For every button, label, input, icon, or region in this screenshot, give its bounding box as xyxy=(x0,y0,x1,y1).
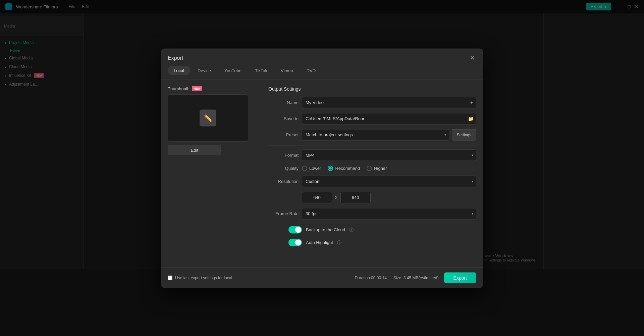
backup-cloud-toggle[interactable] xyxy=(288,226,302,233)
backup-cloud-label: Backup to the Cloud xyxy=(306,227,345,232)
dialog-footer: Use last export settings for local Durat… xyxy=(161,267,483,288)
tab-dvd[interactable]: DVD xyxy=(301,66,322,75)
radio-lower xyxy=(302,165,307,171)
thumbnail-new-badge: NEW xyxy=(192,86,202,91)
tab-local[interactable]: Local xyxy=(168,66,190,75)
edit-thumbnail-button[interactable]: Edit xyxy=(168,145,221,155)
thumbnail-panel: Thumbnail: NEW ✏️ Edit xyxy=(168,86,262,260)
backup-cloud-row: Backup to the Cloud ⓘ xyxy=(288,226,476,233)
tab-tiktok[interactable]: TikTok xyxy=(249,66,273,75)
save-to-input[interactable] xyxy=(302,113,476,124)
toggle-knob xyxy=(295,239,301,245)
ai-icon: ✦ xyxy=(470,100,474,105)
name-row: Name ✦ xyxy=(268,97,476,108)
resolution-inputs: X xyxy=(302,192,476,203)
divider xyxy=(268,145,476,145)
output-settings-title: Output Settings xyxy=(268,86,476,91)
resolution-width-input[interactable] xyxy=(302,192,332,203)
resolution-label: Resolution xyxy=(268,179,299,184)
quality-recommend[interactable]: Recommend xyxy=(328,165,360,171)
export-dialog: Export ✕ Local Device YouTube TikTok Vim… xyxy=(161,48,483,288)
frame-rate-select-wrap: 24 fps 25 fps 30 fps 60 fps ▾ xyxy=(302,208,476,219)
save-to-field-wrap: 📁 xyxy=(302,113,476,124)
format-select[interactable]: MP4 MOV AVI MKV GIF xyxy=(302,149,476,161)
tab-youtube[interactable]: YouTube xyxy=(218,66,248,75)
resolution-x-label: X xyxy=(335,195,338,200)
preset-controls: Match to project settings ▾ Settings xyxy=(302,129,476,140)
last-export-label: Use last export settings for local xyxy=(175,275,232,280)
quality-radio-group: Lower Recommend Higher xyxy=(302,165,387,171)
format-row: Format MP4 MOV AVI MKV GIF ▾ xyxy=(268,149,476,161)
quality-row: Quality Lower Recommend Higher xyxy=(268,165,476,171)
save-to-label: Save to xyxy=(268,116,299,121)
export-button[interactable]: Export xyxy=(444,272,476,283)
auto-highlight-toggle[interactable] xyxy=(288,239,302,246)
save-to-row: Save to 📁 xyxy=(268,113,476,124)
duration-label: Duration:00:00:14 xyxy=(355,275,386,280)
dialog-title: Export xyxy=(168,55,183,61)
settings-button[interactable]: Settings xyxy=(452,129,476,140)
name-input[interactable] xyxy=(302,97,476,108)
resolution-select-wrap: Custom 1920x1080 1280x720 640x480 ▾ xyxy=(302,176,476,187)
frame-rate-label: Frame Rate xyxy=(268,211,299,216)
thumbnail-label: Thumbnail: NEW xyxy=(168,86,262,91)
quality-higher[interactable]: Higher xyxy=(367,165,387,171)
footer-info: Duration:00:00:14 Size: 3.45 MB(estimate… xyxy=(355,275,438,280)
name-field-wrap: ✦ xyxy=(302,97,476,108)
backup-cloud-info-icon[interactable]: ⓘ xyxy=(349,227,354,233)
format-label: Format xyxy=(268,153,299,158)
format-select-wrap: MP4 MOV AVI MKV GIF ▾ xyxy=(302,149,476,161)
auto-highlight-row: Auto Highlight ⓘ xyxy=(288,239,476,246)
dialog-close-button[interactable]: ✕ xyxy=(468,54,476,62)
thumbnail-preview: ✏️ xyxy=(168,94,248,141)
thumbnail-placeholder-icon: ✏️ xyxy=(200,109,216,126)
auto-highlight-info-icon[interactable]: ⓘ xyxy=(337,239,341,245)
radio-recommend xyxy=(328,165,333,171)
quality-lower[interactable]: Lower xyxy=(302,165,321,171)
folder-icon[interactable]: 📁 xyxy=(468,116,474,121)
resolution-select[interactable]: Custom 1920x1080 1280x720 640x480 xyxy=(302,176,476,187)
output-settings-panel: Output Settings Name ✦ Save to 📁 Prese xyxy=(268,86,476,260)
last-export-checkbox-label[interactable]: Use last export settings for local xyxy=(168,275,232,280)
preset-select[interactable]: Match to project settings xyxy=(302,129,449,140)
preset-select-wrap: Match to project settings ▾ xyxy=(302,129,449,140)
tab-device[interactable]: Device xyxy=(192,66,217,75)
tab-vimeo[interactable]: Vimeo xyxy=(275,66,299,75)
name-label: Name xyxy=(268,100,299,105)
dialog-body: Thumbnail: NEW ✏️ Edit Output Settings N… xyxy=(161,79,483,267)
frame-rate-select[interactable]: 24 fps 25 fps 30 fps 60 fps xyxy=(302,208,476,219)
quality-label: Quality xyxy=(268,166,299,171)
radio-higher xyxy=(367,165,372,171)
dialog-tabs: Local Device YouTube TikTok Vimeo DVD xyxy=(161,62,483,79)
last-export-checkbox[interactable] xyxy=(168,275,172,280)
resolution-row: Resolution Custom 1920x1080 1280x720 640… xyxy=(268,176,476,187)
auto-highlight-label: Auto Highlight xyxy=(306,240,333,245)
frame-rate-row: Frame Rate 24 fps 25 fps 30 fps 60 fps ▾ xyxy=(268,208,476,219)
preset-row: Preset Match to project settings ▾ Setti… xyxy=(268,129,476,140)
toggle-knob xyxy=(295,227,301,233)
size-label: Size: 3.45 MB(estimated) xyxy=(393,275,439,280)
dialog-header: Export ✕ xyxy=(161,48,483,62)
preset-label: Preset xyxy=(268,132,299,137)
resolution-height-input[interactable] xyxy=(340,192,371,203)
